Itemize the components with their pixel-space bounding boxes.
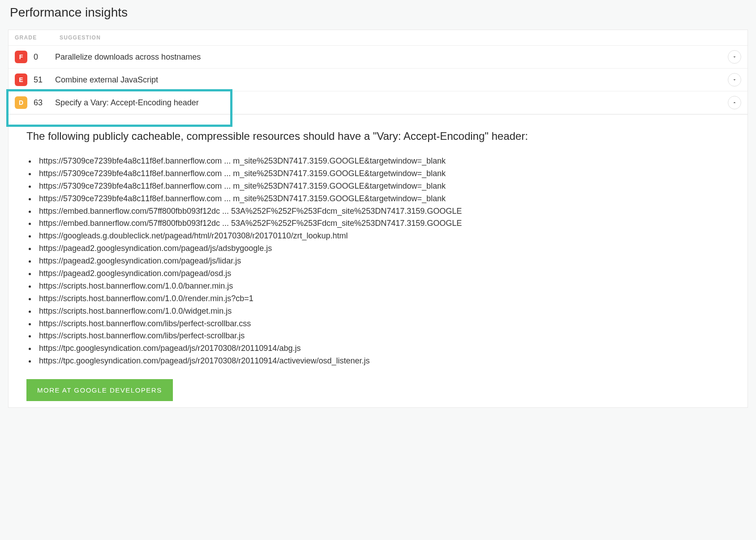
chevron-down-icon[interactable] xyxy=(728,50,741,64)
list-item: https://pagead2.googlesyndication.com/pa… xyxy=(36,268,730,280)
suggestion-text: Specify a Vary: Accept-Encoding header xyxy=(55,98,728,108)
chevron-up-icon[interactable] xyxy=(728,96,741,109)
detail-list: https://57309ce7239bfe4a8c11f8ef.bannerf… xyxy=(26,155,730,367)
grade-score: 0 xyxy=(34,52,55,62)
list-item: https://scripts.host.bannerflow.com/libs… xyxy=(36,330,730,342)
list-item: https://57309ce7239bfe4a8c11f8ef.bannerf… xyxy=(36,168,730,180)
list-item: https://googleads.g.doubleclick.net/page… xyxy=(36,230,730,242)
grade-score: 63 xyxy=(34,98,55,108)
list-item: https://pagead2.googlesyndication.com/pa… xyxy=(36,242,730,255)
header-grade: GRADE xyxy=(15,35,60,41)
grade-badge: E xyxy=(15,73,27,86)
grade-badge: D xyxy=(15,96,27,109)
chevron-down-icon[interactable] xyxy=(728,73,741,86)
list-item: https://57309ce7239bfe4a8c11f8ef.bannerf… xyxy=(36,180,730,193)
insight-detail: The following publicly cacheable, compre… xyxy=(9,114,747,407)
list-item: https://scripts.host.bannerflow.com/1.0.… xyxy=(36,280,730,293)
grade-score: 51 xyxy=(34,75,55,85)
insight-row[interactable]: D 63 Specify a Vary: Accept-Encoding hea… xyxy=(9,91,747,114)
insight-row[interactable]: E 51 Combine external JavaScript xyxy=(9,69,747,91)
list-item: https://57309ce7239bfe4a8c11f8ef.bannerf… xyxy=(36,155,730,168)
list-item: https://embed.bannerflow.com/57ff800fbb0… xyxy=(36,205,730,218)
table-header: GRADE SUGGESTION xyxy=(9,30,747,46)
list-item: https://scripts.host.bannerflow.com/libs… xyxy=(36,318,730,330)
list-item: https://scripts.host.bannerflow.com/1.0.… xyxy=(36,305,730,318)
list-item: https://pagead2.googlesyndication.com/pa… xyxy=(36,255,730,268)
suggestion-text: Parallelize downloads across hostnames xyxy=(55,52,728,62)
grade-badge: F xyxy=(15,51,27,63)
list-item: https://embed.bannerflow.com/57ff800fbb0… xyxy=(36,217,730,230)
insight-row[interactable]: F 0 Parallelize downloads across hostnam… xyxy=(9,46,747,69)
more-at-google-developers-button[interactable]: MORE AT GOOGLE DEVELOPERS xyxy=(26,379,173,401)
page-title: Performance insights xyxy=(10,5,748,20)
list-item: https://scripts.host.bannerflow.com/1.0.… xyxy=(36,293,730,305)
list-item: https://tpc.googlesyndication.com/pagead… xyxy=(36,355,730,367)
list-item: https://57309ce7239bfe4a8c11f8ef.bannerf… xyxy=(36,193,730,205)
suggestion-text: Combine external JavaScript xyxy=(55,75,728,85)
detail-description: The following publicly cacheable, compre… xyxy=(26,128,730,144)
insights-panel: GRADE SUGGESTION F 0 Parallelize downloa… xyxy=(8,30,748,408)
header-suggestion: SUGGESTION xyxy=(60,35,741,41)
list-item: https://tpc.googlesyndication.com/pagead… xyxy=(36,342,730,355)
